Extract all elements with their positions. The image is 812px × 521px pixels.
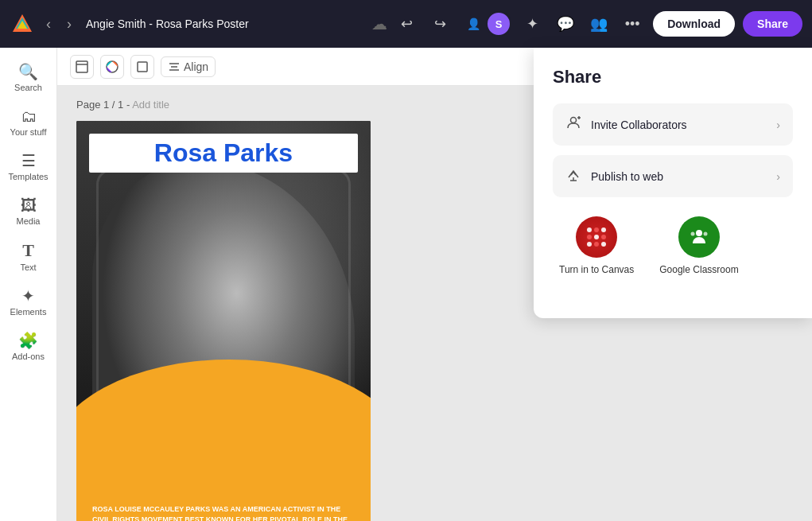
page-number: Page 1 / 1 [76, 99, 123, 111]
svg-rect-3 [76, 61, 87, 72]
poster[interactable]: Rosa Parks ROSA LOUISE MCCAULEY PARKS WA… [76, 121, 371, 521]
publish-web-option[interactable]: Publish to web › [553, 155, 793, 197]
canvas-dot-4 [587, 235, 592, 239]
sidebar-item-your-stuff[interactable]: 🗂 Your stuff [3, 102, 54, 143]
topbar-actions: ↩ ↪ 👤 S ✦ 💬 👥 ••• Download Share [394, 11, 802, 37]
invite-label: Invite Collaborators [591, 119, 687, 131]
canvas-dot-8 [594, 242, 599, 247]
invite-collaborators-option[interactable]: Invite Collaborators › [553, 103, 793, 146]
add-person-button[interactable]: 👤 [460, 11, 486, 37]
classroom-app[interactable]: Google Classroom [659, 216, 738, 275]
canvas-dot-3 [601, 227, 606, 232]
align-button[interactable]: Align [161, 56, 216, 77]
sidebar-label-media: Media [17, 216, 41, 226]
sidebar-label-elements: Elements [10, 307, 47, 317]
classroom-app-icon [678, 216, 720, 258]
undo-button[interactable]: ↩ [394, 11, 419, 37]
page-label: Page 1 / 1 - Add title [76, 99, 169, 111]
sidebar-label-search: Search [14, 83, 42, 92]
page-separator: - [123, 99, 132, 111]
align-label: Align [184, 60, 208, 73]
canvas-app-label: Turn in to Canvas [559, 264, 634, 275]
back-button[interactable]: ‹ [41, 13, 56, 36]
poster-title: Rosa Parks [154, 138, 293, 168]
sidebar-item-templates[interactable]: ☰ Templates [3, 146, 54, 188]
invite-arrow-icon: › [776, 119, 780, 131]
sidebar-label-templates: Templates [8, 172, 48, 181]
svg-point-15 [696, 230, 702, 236]
yellow-circle-decoration [76, 360, 371, 521]
invite-icon [565, 115, 581, 134]
publish-arrow-icon: › [776, 170, 780, 183]
your-stuff-icon: 🗂 [21, 108, 37, 124]
publish-label: Publish to web [591, 170, 663, 183]
canvas-dots-grid [587, 227, 606, 247]
svg-point-17 [690, 232, 694, 236]
sidebar-item-text[interactable]: T Text [3, 235, 54, 278]
classroom-app-label: Google Classroom [659, 264, 738, 275]
shape-tool-button[interactable] [130, 55, 154, 79]
svg-point-10 [571, 118, 577, 123]
media-icon: 🖼 [21, 197, 37, 213]
document-title: Angie Smith - Rosa Parks Poster [86, 17, 368, 30]
publish-icon [565, 166, 581, 186]
share-button[interactable]: Share [743, 11, 802, 37]
color-tool-button[interactable] [100, 55, 124, 79]
sidebar-item-addons[interactable]: 🧩 Add-ons [3, 326, 54, 367]
user-avatar: S [486, 11, 511, 37]
canvas-dot-1 [587, 227, 592, 232]
download-button[interactable]: Download [653, 11, 735, 37]
text-icon: T [22, 242, 34, 259]
templates-icon: ☰ [21, 153, 36, 169]
search-icon: 🔍 [18, 64, 38, 80]
publish-option-left: Publish to web [565, 166, 663, 186]
sidebar-label-addons: Add-ons [12, 352, 45, 361]
sidebar: 🔍 Search 🗂 Your stuff ☰ Templates 🖼 Medi… [0, 48, 57, 521]
more-button[interactable]: ••• [620, 11, 645, 37]
sidebar-item-search[interactable]: 🔍 Search [3, 57, 54, 99]
canvas-dot-7 [587, 242, 592, 247]
app-logo [10, 11, 35, 37]
forward-button[interactable]: › [62, 13, 76, 36]
invite-option-left: Invite Collaborators [565, 115, 687, 134]
svg-rect-6 [138, 62, 147, 72]
canvas-dot-2 [594, 227, 599, 232]
comment-button[interactable]: 💬 [553, 11, 578, 37]
canvas-dot-5 [594, 235, 599, 239]
frame-tool-button[interactable] [70, 55, 94, 79]
svg-point-16 [703, 232, 707, 236]
share-title: Share [553, 67, 793, 87]
canvas-app-icon [576, 216, 617, 258]
sidebar-item-media[interactable]: 🖼 Media [3, 191, 54, 232]
canvas-dot-6 [601, 235, 606, 239]
addons-icon: 🧩 [18, 332, 38, 348]
collab-button[interactable]: 👥 [586, 11, 612, 37]
share-apps: Turn in to Canvas Google Classroom [553, 216, 793, 275]
canvas-app[interactable]: Turn in to Canvas [559, 216, 634, 275]
magic-button[interactable]: ✦ [519, 11, 545, 37]
poster-body-text: ROSA LOUISE MCCAULEY PARKS WAS AN AMERIC… [92, 504, 355, 521]
share-panel: Share Invite Collaborators › [534, 48, 812, 318]
sidebar-label-text: Text [20, 262, 36, 272]
topbar: ‹ › Angie Smith - Rosa Parks Poster ☁ ↩ … [0, 0, 812, 48]
cloud-save-icon: ☁ [371, 14, 387, 33]
page-title-placeholder[interactable]: Add title [132, 99, 169, 111]
sidebar-label-your-stuff: Your stuff [10, 127, 47, 137]
canvas-dot-9 [601, 242, 606, 247]
poster-title-box: Rosa Parks [89, 134, 358, 173]
sidebar-item-elements[interactable]: ✦ Elements [3, 282, 54, 323]
redo-button[interactable]: ↪ [427, 11, 453, 37]
collaborators-group: 👤 S [460, 11, 511, 37]
elements-icon: ✦ [21, 288, 35, 304]
